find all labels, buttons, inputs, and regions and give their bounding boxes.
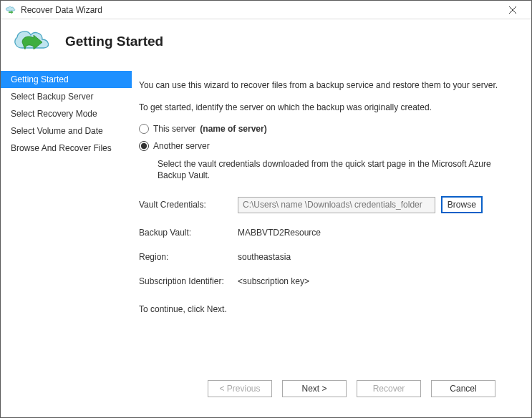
vault-credentials-label: Vault Credentials: [139, 200, 238, 210]
page-title: Getting Started [65, 34, 163, 49]
radio-another-server[interactable]: Another server [139, 141, 513, 151]
subscription-id-label: Subscription Identifier: [139, 276, 238, 286]
window-title: Recover Data Wizard [21, 5, 498, 15]
identify-text: To get started, identify the server on w… [139, 102, 513, 114]
main-panel: You can use this wizard to recover files… [132, 65, 531, 417]
radio-this-server-label: This server [153, 124, 195, 134]
radio-another-server-input[interactable] [139, 141, 149, 151]
intro-text: You can use this wizard to recover files… [139, 79, 513, 92]
wizard-window: Recover Data Wizard Getting Started Gett… [0, 0, 532, 418]
close-button[interactable] [498, 1, 527, 19]
region-value: southeastasia [238, 252, 513, 262]
browse-button[interactable]: Browse [441, 196, 483, 213]
region-label: Region: [139, 252, 238, 262]
vault-credentials-input[interactable] [238, 197, 435, 213]
sidebar-step-0[interactable]: Getting Started [1, 71, 132, 88]
titlebar: Recover Data Wizard [1, 1, 531, 19]
steps-sidebar: Getting StartedSelect Backup ServerSelec… [1, 65, 132, 417]
subscription-id-value: <subscription key> [238, 276, 513, 286]
wizard-footer: < Previous Next > Recover Cancel [139, 371, 513, 409]
instruction-text: Select the vault credentials downloaded … [158, 158, 501, 183]
sidebar-step-1[interactable]: Select Backup Server [1, 88, 132, 105]
sidebar-step-2[interactable]: Select Recovery Mode [1, 105, 132, 122]
recover-button: Recover [357, 380, 421, 397]
app-icon [5, 4, 16, 16]
cancel-button[interactable]: Cancel [431, 380, 495, 397]
radio-this-server-name: (name of server) [200, 124, 266, 134]
radio-this-server[interactable]: This server (name of server) [139, 124, 513, 134]
cloud-recover-icon [11, 26, 54, 57]
next-button[interactable]: Next > [282, 380, 347, 397]
radio-another-server-label: Another server [153, 141, 210, 151]
backup-vault-label: Backup Vault: [139, 228, 238, 238]
continue-text: To continue, click Next. [139, 303, 513, 316]
close-icon [509, 6, 516, 14]
sidebar-step-4[interactable]: Browse And Recover Files [1, 140, 132, 157]
sidebar-step-3[interactable]: Select Volume and Date [1, 122, 132, 140]
radio-this-server-input[interactable] [139, 124, 149, 134]
backup-vault-value: MABBVTD2Resource [238, 228, 513, 238]
wizard-header: Getting Started [1, 19, 531, 65]
previous-button: < Previous [208, 380, 272, 397]
